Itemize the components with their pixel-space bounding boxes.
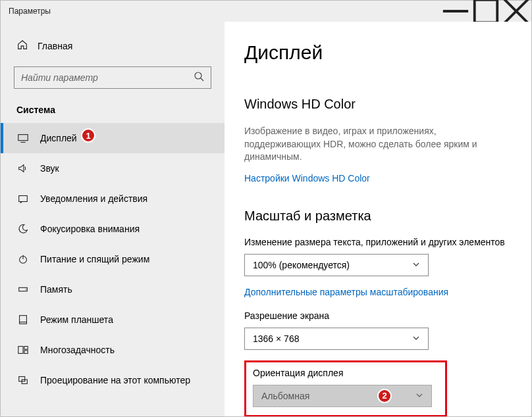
sidebar: Главная Система Дисплей 1 Звук xyxy=(1,22,225,416)
sidebar-item-label: Звук xyxy=(40,163,59,174)
orientation-dropdown-value: Альбомная xyxy=(261,391,309,401)
orientation-highlight: Ориентация дисплея Альбомная 2 xyxy=(244,360,447,416)
sidebar-section-title: Система xyxy=(1,105,225,123)
titlebar: Параметры xyxy=(1,1,531,22)
close-button[interactable] xyxy=(501,1,531,22)
hdr-description: Изображение в видео, играх и приложениях… xyxy=(244,125,512,164)
page-title: Дисплей xyxy=(244,41,512,64)
moon-icon xyxy=(16,223,30,235)
home-icon xyxy=(16,39,28,53)
annotation-badge-2: 2 xyxy=(377,389,392,403)
maximize-button[interactable] xyxy=(471,1,501,22)
main-content: Дисплей Windows HD Color Изображение в в… xyxy=(225,22,531,416)
sidebar-item-display[interactable]: Дисплей 1 xyxy=(1,123,225,153)
sidebar-item-label: Проецирование на этот компьютер xyxy=(40,375,190,385)
resolution-field-label: Разрешение экрана xyxy=(244,310,512,321)
sidebar-item-multitask[interactable]: Многозадачность xyxy=(1,335,225,365)
sidebar-item-power[interactable]: Питание и спящий режим xyxy=(1,244,225,274)
sidebar-item-storage[interactable]: Память xyxy=(1,274,225,305)
multitask-icon xyxy=(16,344,30,356)
svg-point-4 xyxy=(195,72,201,79)
hdr-settings-link[interactable]: Настройки Windows HD Color xyxy=(244,173,512,184)
resolution-dropdown-value: 1366 × 768 xyxy=(253,333,299,344)
sidebar-item-focus[interactable]: Фокусировка внимания xyxy=(1,214,225,244)
sound-icon xyxy=(16,162,30,174)
svg-rect-13 xyxy=(20,316,27,324)
orientation-field-label: Ориентация дисплея xyxy=(253,368,439,378)
sidebar-item-label: Память xyxy=(40,284,72,295)
storage-icon xyxy=(16,283,30,295)
power-icon xyxy=(16,253,30,265)
sidebar-item-label: Многозадачность xyxy=(40,345,115,355)
home-label: Главная xyxy=(38,41,72,51)
sidebar-item-label: Питание и спящий режим xyxy=(40,254,149,264)
sidebar-item-label: Фокусировка внимания xyxy=(40,224,140,234)
svg-rect-17 xyxy=(24,351,28,354)
svg-rect-8 xyxy=(19,196,28,202)
scale-field-label: Изменение размера текста, приложений и д… xyxy=(244,237,512,247)
window-title: Параметры xyxy=(9,7,51,16)
project-icon xyxy=(16,374,30,386)
display-icon xyxy=(16,132,30,144)
notifications-icon xyxy=(16,193,30,205)
svg-rect-1 xyxy=(475,0,498,22)
sidebar-item-project[interactable]: Проецирование на этот компьютер xyxy=(1,365,225,395)
sidebar-item-label: Уведомления и действия xyxy=(40,193,147,204)
chevron-down-icon xyxy=(412,333,420,344)
tablet-icon xyxy=(16,314,30,326)
search-field[interactable] xyxy=(21,72,194,83)
sidebar-item-label: Режим планшета xyxy=(40,314,113,325)
scale-dropdown-value: 100% (рекомендуется) xyxy=(253,260,350,270)
hdr-section-title: Windows HD Color xyxy=(244,97,512,112)
svg-rect-16 xyxy=(24,347,28,350)
svg-point-12 xyxy=(26,289,26,289)
home-button[interactable]: Главная xyxy=(1,34,225,64)
svg-rect-15 xyxy=(18,347,23,354)
scale-dropdown[interactable]: 100% (рекомендуется) xyxy=(244,254,429,276)
sidebar-item-notifications[interactable]: Уведомления и действия xyxy=(1,184,225,214)
orientation-dropdown[interactable]: Альбомная 2 xyxy=(253,385,432,407)
svg-rect-6 xyxy=(18,135,28,141)
svg-line-5 xyxy=(201,78,203,81)
sidebar-item-label: Дисплей xyxy=(40,133,77,143)
minimize-button[interactable] xyxy=(440,1,471,22)
scale-section-title: Масштаб и разметка xyxy=(244,208,512,224)
sidebar-item-tablet[interactable]: Режим планшета xyxy=(1,305,225,335)
search-input[interactable] xyxy=(14,66,211,89)
resolution-dropdown[interactable]: 1366 × 768 xyxy=(244,328,429,350)
chevron-down-icon xyxy=(412,260,420,270)
annotation-badge-1: 1 xyxy=(81,128,95,143)
advanced-scale-link[interactable]: Дополнительные параметры масштабирования xyxy=(244,287,512,297)
chevron-down-icon xyxy=(415,391,423,401)
search-icon xyxy=(194,71,204,84)
sidebar-item-sound[interactable]: Звук xyxy=(1,153,225,184)
